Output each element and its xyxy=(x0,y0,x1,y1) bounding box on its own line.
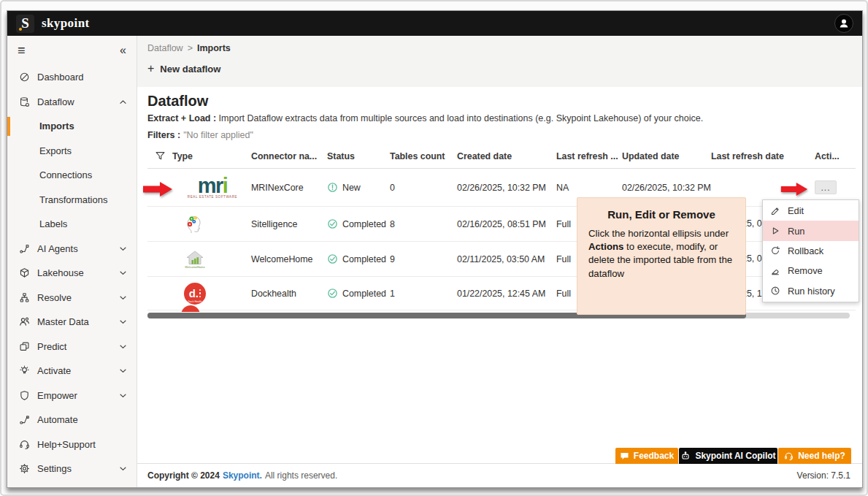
breadcrumb-dataflow[interactable]: Dataflow xyxy=(147,43,183,53)
mri-logo: mri REAL ESTATE SOFTWARE xyxy=(177,176,248,199)
headset-icon xyxy=(784,451,794,461)
col-header-last-refresh-type[interactable]: Last refresh ... xyxy=(553,151,619,161)
chat-bubble-icon xyxy=(620,451,629,461)
pencil-icon xyxy=(770,206,780,216)
breadcrumb-separator: > xyxy=(188,43,193,53)
status-label: New xyxy=(342,183,361,193)
sidebar-item-connections[interactable]: Connections xyxy=(7,163,137,188)
need-help-button[interactable]: Need help? xyxy=(778,448,851,464)
topbar: S skypoint xyxy=(7,11,862,36)
need-help-label: Need help? xyxy=(798,451,845,461)
subtitle-rest: Import Dataflow extracts data from multi… xyxy=(216,113,703,123)
col-header-tables-count[interactable]: Tables count xyxy=(387,151,454,161)
sidebar-item-exports[interactable]: Exports xyxy=(7,139,137,164)
sidebar-item-label: Automate xyxy=(37,414,78,425)
skypoint-ai-copilot-button[interactable]: Skypoint AI Copilot xyxy=(679,448,777,464)
sidebar-item-lakehouse[interactable]: Lakehouse xyxy=(7,261,137,286)
sidebar-item-imports[interactable]: Imports xyxy=(7,114,137,139)
updated-date: 02/26/2025, 10:32 PM xyxy=(619,183,708,193)
sidebar-item-label: Activate xyxy=(37,365,71,376)
status-completed-icon xyxy=(327,288,338,299)
sidebar-item-dataflow[interactable]: Dataflow xyxy=(7,90,137,115)
mri-letters: mr xyxy=(198,174,223,197)
created-date: 01/22/2025, 12:45 AM xyxy=(454,289,553,299)
person-icon xyxy=(838,18,850,29)
feedback-button[interactable]: Feedback xyxy=(615,448,678,464)
callout-body: Click the horizontal ellipsis under Acti… xyxy=(588,227,734,281)
chevron-down-icon xyxy=(118,293,128,302)
sidebar-item-settings[interactable]: Settings xyxy=(7,457,137,481)
created-date: 02/11/2025, 03:50 AM xyxy=(454,254,553,264)
col-header-connector[interactable]: Connector na... xyxy=(248,151,324,161)
dashboard-icon xyxy=(19,72,30,83)
feedback-label: Feedback xyxy=(634,451,674,461)
footer: Copyright © 2024 Skypoint. All rights re… xyxy=(137,463,862,487)
sidebar-item-empower[interactable]: Empower xyxy=(7,384,137,408)
hamburger-icon[interactable]: ≡ xyxy=(18,44,26,57)
new-dataflow-button[interactable]: + New dataflow xyxy=(147,62,220,75)
collapse-sidebar-icon[interactable]: « xyxy=(120,44,126,57)
connector-logo-cell: WelcomeHome xyxy=(169,249,248,270)
table-row-mrinexcore[interactable]: mri REAL ESTATE SOFTWARE MRINexCore New … xyxy=(147,169,856,207)
ai-agents-icon xyxy=(19,243,30,254)
sidebar-item-labels[interactable]: Labels xyxy=(7,212,137,237)
dataflow-icon xyxy=(19,96,30,107)
new-dataflow-label: New dataflow xyxy=(160,64,220,75)
brand[interactable]: S skypoint xyxy=(16,15,90,33)
menu-item-run-history[interactable]: Run history xyxy=(763,281,859,301)
status-cell: New xyxy=(324,182,387,193)
automate-icon xyxy=(19,414,30,425)
content-panel: Dataflow Extract + Load : Import Dataflo… xyxy=(137,93,862,310)
tables-count: 8 xyxy=(387,219,454,229)
svg-text:WelcomeHome: WelcomeHome xyxy=(185,264,205,268)
col-header-created-date[interactable]: Created date xyxy=(454,151,553,161)
menu-item-run[interactable]: Run xyxy=(763,221,859,240)
gear-icon xyxy=(19,463,30,474)
clock-icon xyxy=(770,286,780,296)
sidebar-item-label: Help+Support xyxy=(37,439,96,450)
sidebar-item-activate[interactable]: Activate xyxy=(7,359,137,384)
col-header-updated-date[interactable]: Updated date xyxy=(619,151,708,161)
sidebar-item-ai-agents[interactable]: AI Agents xyxy=(7,237,137,262)
sidebar-item-label: Empower xyxy=(37,390,77,401)
sidebar-item-master-data[interactable]: Master Data xyxy=(7,310,137,335)
col-header-type[interactable]: Type xyxy=(169,151,248,161)
rights-text: All rights reserved. xyxy=(265,470,337,481)
sidebar-item-transformations[interactable]: Transformations xyxy=(7,188,137,213)
page-subtitle: Extract + Load : Import Dataflow extract… xyxy=(147,113,862,123)
sidebar-item-help-support[interactable]: Help+Support xyxy=(7,432,137,457)
sidebar-nav: Dashboard Dataflow Imports Exports Conne… xyxy=(7,65,137,481)
sidebar-item-resolve[interactable]: Resolve xyxy=(7,286,137,310)
actions-ellipsis-button[interactable]: ... xyxy=(815,180,837,194)
remove-icon xyxy=(770,266,780,276)
col-header-actions[interactable]: Acti... xyxy=(812,151,856,161)
chevron-down-icon xyxy=(118,464,128,473)
sidebar-item-predict[interactable]: Predict xyxy=(7,335,137,359)
chevron-down-icon xyxy=(118,342,128,351)
robot-icon xyxy=(680,451,691,461)
copilot-label: Skypoint AI Copilot xyxy=(695,451,775,461)
activate-icon xyxy=(19,365,30,376)
menu-item-rollback[interactable]: Rollback xyxy=(763,241,859,261)
col-header-last-refresh-date[interactable]: Last refresh date xyxy=(708,151,812,161)
dockhealth-logo: d. Dock Health xyxy=(184,283,206,305)
skypoint-link[interactable]: Skypoint. xyxy=(223,470,262,481)
menu-item-edit[interactable]: Edit xyxy=(763,201,859,221)
menu-item-remove[interactable]: Remove xyxy=(763,261,859,281)
sidebar-item-label: Resolve xyxy=(37,292,72,303)
created-date: 02/16/2025, 08:51 PM xyxy=(454,219,553,229)
user-avatar[interactable] xyxy=(834,14,853,33)
connector-logo-cell: d. Dock Health xyxy=(169,283,248,305)
sidebar-item-label: Lakehouse xyxy=(37,267,84,278)
menu-item-label: Rollback xyxy=(788,245,823,256)
sidebar-item-automate[interactable]: Automate xyxy=(7,408,137,432)
status-cell: Completed xyxy=(324,218,387,229)
status-label: Completed xyxy=(342,289,386,299)
annotation-callout: Run, Edit or Remove Click the horizontal… xyxy=(577,197,746,315)
sidebar-item-dashboard[interactable]: Dashboard xyxy=(7,65,137,90)
filter-funnel-icon[interactable] xyxy=(147,150,169,161)
breadcrumb-bar: Dataflow > Imports + New dataflow xyxy=(137,36,862,87)
col-header-status[interactable]: Status xyxy=(324,151,387,161)
chevron-down-icon xyxy=(118,244,128,253)
menu-item-label: Edit xyxy=(788,205,804,216)
